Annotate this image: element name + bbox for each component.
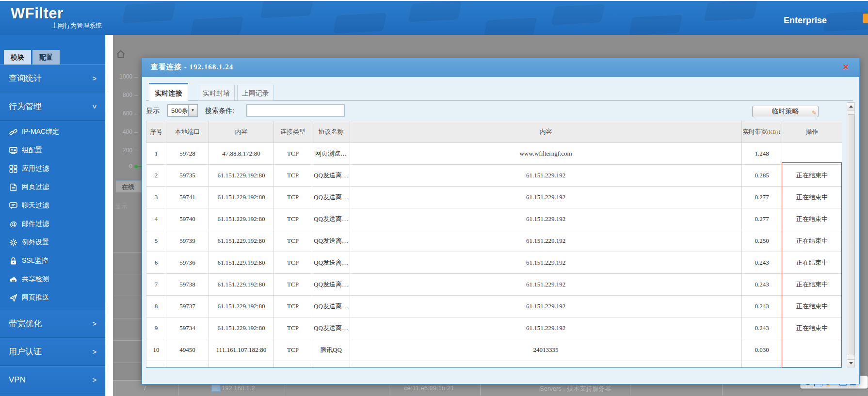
table-header-row: 序号本地端口内容连接类型协议名称内容实时带宽(KB)↓操作 xyxy=(146,121,842,143)
sidebar-item[interactable]: IP-MAC绑定 xyxy=(0,123,105,141)
sidebar-item[interactable]: 组配置 xyxy=(0,141,105,159)
dialog-tab-2[interactable]: 上网记录 xyxy=(237,85,274,101)
cell-port: 59742 xyxy=(166,361,209,368)
close-icon[interactable]: × xyxy=(843,62,849,73)
table-row[interactable]: 65973661.151.229.192:80TCPQQ发送离…61.151.2… xyxy=(146,252,842,274)
dialog-controls: 显示 500条 ▼ 搜索条件: 临时策略 ✎ xyxy=(142,104,859,119)
sidebar-group-4[interactable]: VPN xyxy=(0,366,105,394)
table-row[interactable]: 15972847.88.8.172:80TCP网页浏览…www.wfiltern… xyxy=(146,143,842,165)
cell-content: 61.151.229.192:80 xyxy=(209,165,274,187)
dialog-title: 查看连接 - 192.168.1.24 xyxy=(151,63,233,72)
ssl-lock-icon xyxy=(9,256,17,265)
row-ip: 192.168.1.2 xyxy=(222,384,255,392)
cell-no: 9 xyxy=(146,317,166,339)
cell-remote: 61.151.229.192 xyxy=(350,274,742,296)
sidebar-group-1[interactable]: 行为管理 xyxy=(0,93,105,121)
notification-icon[interactable] xyxy=(863,14,868,23)
sidebar-submenu: IP-MAC绑定组配置应用过滤网页过滤聊天过滤@邮件过滤例外设置SSL监控共享检… xyxy=(0,121,105,310)
axis-tick-label: 1000 xyxy=(113,73,132,80)
table-row[interactable]: 1049450111.161.107.182:80TCP腾讯QQ24013335… xyxy=(146,339,842,361)
table-row[interactable]: 95973461.151.229.192:80TCPQQ发送离…61.151.2… xyxy=(146,317,842,339)
dialog-tab-0[interactable]: 实时连接 xyxy=(149,83,188,101)
sidebar-item[interactable]: 应用过滤 xyxy=(0,159,105,178)
column-header[interactable]: 实时带宽(KB)↓ xyxy=(742,121,782,143)
sidebar-item-label: 应用过滤 xyxy=(22,164,49,173)
sidebar-item[interactable]: @邮件过滤 xyxy=(0,215,105,233)
cell-type: TCP xyxy=(274,187,312,208)
dialog-tabs: 实时连接实时封堵上网记录 xyxy=(149,83,853,101)
tab-config[interactable]: 配置 xyxy=(32,50,60,64)
connections-table-wrap: 序号本地端口内容连接类型协议名称内容实时带宽(KB)↓操作 15972847.8… xyxy=(146,121,842,368)
chevron-right-icon xyxy=(93,65,96,92)
sidebar-item-label: 网页推送 xyxy=(22,293,49,302)
cell-type: TCP xyxy=(274,208,312,230)
sort-desc-icon: ↓ xyxy=(778,128,781,135)
tab-modules[interactable]: 模块 xyxy=(4,50,31,64)
column-header: 内容 xyxy=(209,121,274,143)
scroll-down-icon[interactable] xyxy=(847,359,854,367)
table-row[interactable]: 75973861.151.229.192:80TCPQQ发送离…61.151.2… xyxy=(146,274,842,296)
cell-content: 47.88.8.172:80 xyxy=(209,143,274,165)
sidebar-item[interactable]: 例外设置 xyxy=(0,233,105,252)
sidebar-item-label: 邮件过滤 xyxy=(22,220,49,228)
home-icon xyxy=(116,49,126,59)
page-size-select[interactable]: 500条 ▼ xyxy=(167,104,198,117)
table-row[interactable]: 35974161.151.229.192:80TCPQQ发送离…61.151.2… xyxy=(146,187,842,208)
cell-bandwidth: 0.030 xyxy=(742,339,782,361)
web-filter-icon xyxy=(9,183,17,191)
sidebar-item[interactable]: 网页过滤 xyxy=(0,178,105,196)
table-row[interactable]: 25973561.151.229.192:80TCPQQ发送离…61.151.2… xyxy=(146,165,842,187)
scrollbar-thumb[interactable] xyxy=(848,114,855,355)
cell-remote: 61.151.229.192 xyxy=(350,252,742,274)
cell-action: 正在结束中 xyxy=(782,252,842,274)
sidebar-item[interactable]: SSL监控 xyxy=(0,252,105,270)
sidebar-item[interactable]: 聊天过滤 xyxy=(0,196,105,215)
computer-icon xyxy=(211,384,221,392)
axis-tick-label: 200 xyxy=(113,147,132,154)
cell-no: 2 xyxy=(146,165,166,187)
cell-protocol: 腾讯QQ xyxy=(312,339,350,361)
pencil-icon: ✎ xyxy=(812,110,817,116)
wfilter-logo: WFilter xyxy=(11,5,64,22)
cell-type: TCP xyxy=(274,317,312,339)
scroll-up-icon[interactable] xyxy=(847,103,854,111)
sidebar-item[interactable]: 网页推送 xyxy=(0,288,105,307)
cell-port: 59728 xyxy=(166,143,209,165)
cell-remote: www.wfilterngf.com xyxy=(350,143,742,165)
chevron-right-icon xyxy=(93,310,96,337)
cell-protocol: QQ发送离… xyxy=(312,165,350,187)
link-icon xyxy=(9,127,17,136)
sidebar-menu: 查询统计行为管理IP-MAC绑定组配置应用过滤网页过滤聊天过滤@邮件过滤例外设置… xyxy=(0,64,105,394)
sidebar-item-label: 例外设置 xyxy=(22,238,49,247)
cell-action: 正在结束中 xyxy=(782,361,842,368)
sidebar-item[interactable]: 共享检测 xyxy=(0,270,105,288)
sidebar-group-3[interactable]: 用户认证 xyxy=(0,338,105,366)
dialog-tab-1[interactable]: 实时封堵 xyxy=(198,85,235,101)
cell-protocol: QQ发送离… xyxy=(312,296,350,317)
temporary-policy-button[interactable]: 临时策略 ✎ xyxy=(752,106,819,117)
search-input[interactable] xyxy=(246,104,345,117)
view-connections-dialog: 查看连接 - 192.168.1.24 × 实时连接实时封堵上网记录 显示 50… xyxy=(142,58,860,384)
table-row[interactable]: 55973961.151.229.192:80TCPQQ发送离…61.151.2… xyxy=(146,230,842,252)
cell-action: 正在结束中 xyxy=(782,165,842,187)
sidebar-group-0[interactable]: 查询统计 xyxy=(0,64,105,93)
cell-no: 10 xyxy=(146,339,166,361)
dialog-scrollbar[interactable] xyxy=(847,102,855,367)
column-header: 本地端口 xyxy=(166,121,209,143)
row-mac: ce:11:e6:99:1b:21 xyxy=(404,384,454,392)
sidebar-group-label: 查询统计 xyxy=(9,74,42,83)
sidebar-item-label: SSL监控 xyxy=(22,256,48,265)
column-header: 内容 xyxy=(350,121,742,143)
sidebar-group-label: 带宽优化 xyxy=(9,319,42,328)
svg-text:@: @ xyxy=(10,220,17,228)
column-header: 连接类型 xyxy=(274,121,312,143)
sidebar-group-label: 行为管理 xyxy=(9,102,42,111)
axis-tick-label: 800 xyxy=(113,92,132,98)
sidebar-group-2[interactable]: 带宽优化 xyxy=(0,310,105,338)
table-row[interactable]: 115974261.151.229.192:80TCPQQ发送离…61.151.… xyxy=(146,361,842,368)
table-row[interactable]: 45974061.151.229.192:80TCPQQ发送离…61.151.2… xyxy=(146,208,842,230)
table-row[interactable]: 85973761.151.229.192:80TCPQQ发送离…61.151.2… xyxy=(146,296,842,317)
cell-no: 11 xyxy=(146,361,166,368)
chevron-down-icon: ▼ xyxy=(188,105,197,116)
cell-content: 61.151.229.192:80 xyxy=(209,317,274,339)
